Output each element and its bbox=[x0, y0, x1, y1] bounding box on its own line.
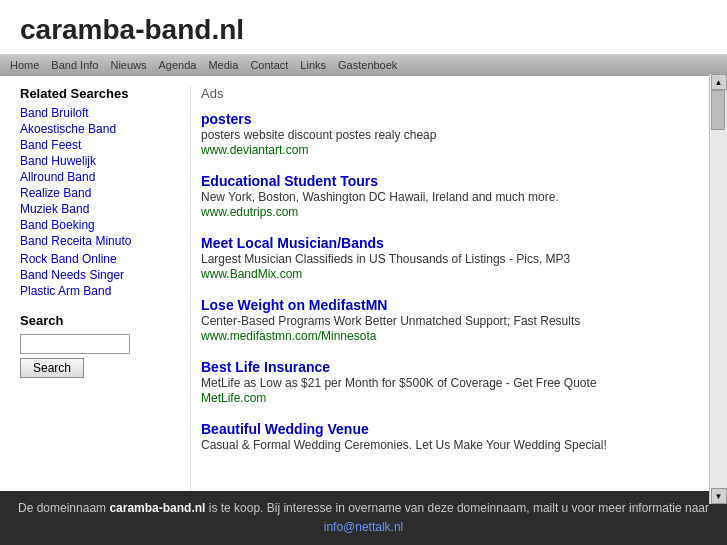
search-input[interactable] bbox=[20, 334, 130, 354]
sidebar-link-band-huwelijk[interactable]: Band Huwelijk bbox=[20, 153, 170, 169]
ad-link-bandmix[interactable]: Meet Local Musician/Bands bbox=[201, 235, 384, 251]
ad-link-posters[interactable]: posters bbox=[201, 111, 252, 127]
nav-item-media[interactable]: Media bbox=[208, 59, 238, 71]
ad-item: Best Life Insurance MetLife as Low as $2… bbox=[201, 359, 707, 405]
nav-item-info[interactable]: Band Info bbox=[51, 59, 98, 71]
nav-item-agenda[interactable]: Agenda bbox=[159, 59, 197, 71]
footer-domain: caramba-band.nl bbox=[109, 501, 205, 515]
ad-desc: Largest Musician Classifieds in US Thous… bbox=[201, 252, 707, 266]
navbar: Home Band Info Nieuws Agenda Media Conta… bbox=[0, 54, 727, 76]
list-item: Realize Band bbox=[20, 185, 170, 201]
ad-url: www.BandMix.com bbox=[201, 267, 707, 281]
list-item: Band Boeking bbox=[20, 217, 170, 233]
footer-text2: is te koop. Bij interesse in overname va… bbox=[205, 501, 709, 515]
nav-item-contact[interactable]: Contact bbox=[250, 59, 288, 71]
nav-item-nieuws[interactable]: Nieuws bbox=[110, 59, 146, 71]
ad-title: Lose Weight on MedifastMN bbox=[201, 297, 707, 313]
ad-url: MetLife.com bbox=[201, 391, 707, 405]
ad-item: Educational Student Tours New York, Bost… bbox=[201, 173, 707, 219]
nav-item-links[interactable]: Links bbox=[300, 59, 326, 71]
list-item: Plastic Arm Band bbox=[20, 283, 170, 299]
list-item: Allround Band bbox=[20, 169, 170, 185]
list-item: Band Feest bbox=[20, 137, 170, 153]
sidebar-link-receita[interactable]: Band Receita Minuto bbox=[20, 233, 170, 251]
ad-title: Best Life Insurance bbox=[201, 359, 707, 375]
sidebar: Related Searches Band Bruiloft Akoestisc… bbox=[20, 86, 170, 496]
nav-item-gastenboek[interactable]: Gastenboek bbox=[338, 59, 397, 71]
scroll-thumb[interactable] bbox=[711, 90, 725, 130]
search-button[interactable]: Search bbox=[20, 358, 84, 378]
header: caramba-band.nl bbox=[0, 0, 727, 54]
scroll-track bbox=[711, 90, 727, 488]
ad-link-medifast[interactable]: Lose Weight on MedifastMN bbox=[201, 297, 387, 313]
ad-title: Educational Student Tours bbox=[201, 173, 707, 189]
ad-url: www.medifastmn.com/Minnesota bbox=[201, 329, 707, 343]
footer-text: De domeinnaam caramba-band.nl is te koop… bbox=[16, 499, 711, 518]
ad-desc: Center-Based Programs Work Better Unmatc… bbox=[201, 314, 707, 328]
scroll-down-button[interactable]: ▼ bbox=[711, 488, 727, 504]
list-item: Band Huwelijk bbox=[20, 153, 170, 169]
list-item: Akoestische Band bbox=[20, 121, 170, 137]
list-item: Band Receita Minuto bbox=[20, 233, 170, 251]
footer-email-line: info@nettalk.nl bbox=[16, 518, 711, 537]
ad-item: Lose Weight on MedifastMN Center-Based P… bbox=[201, 297, 707, 343]
related-searches-list: Band Bruiloft Akoestische Band Band Fees… bbox=[20, 105, 170, 299]
sidebar-link-plastic-arm[interactable]: Plastic Arm Band bbox=[20, 283, 170, 299]
sidebar-link-band-feest[interactable]: Band Feest bbox=[20, 137, 170, 153]
sidebar-link-rock[interactable]: Rock Band Online bbox=[20, 251, 170, 267]
ad-link-student-tours[interactable]: Educational Student Tours bbox=[201, 173, 378, 189]
footer-email-link[interactable]: info@nettalk.nl bbox=[324, 520, 404, 534]
site-title: caramba-band.nl bbox=[20, 14, 707, 46]
nav-item-home[interactable]: Home bbox=[10, 59, 39, 71]
ad-url: www.deviantart.com bbox=[201, 143, 707, 157]
ad-desc: MetLife as Low as $21 per Month for $500… bbox=[201, 376, 707, 390]
sidebar-link-boeking[interactable]: Band Boeking bbox=[20, 217, 170, 233]
ad-item: posters posters website discount postes … bbox=[201, 111, 707, 157]
list-item: Band Bruiloft bbox=[20, 105, 170, 121]
ad-title: posters bbox=[201, 111, 707, 127]
ad-item: Beautiful Wedding Venue Casual & Formal … bbox=[201, 421, 707, 452]
ad-item: Meet Local Musician/Bands Largest Musici… bbox=[201, 235, 707, 281]
sidebar-link-realize[interactable]: Realize Band bbox=[20, 185, 170, 201]
scroll-up-button[interactable]: ▲ bbox=[711, 74, 727, 90]
sidebar-link-band-bruiloft[interactable]: Band Bruiloft bbox=[20, 105, 170, 121]
ads-label: Ads bbox=[201, 86, 707, 101]
sidebar-link-muziek[interactable]: Muziek Band bbox=[20, 201, 170, 217]
ad-desc: Casual & Formal Wedding Ceremonies. Let … bbox=[201, 438, 707, 452]
ad-desc: New York, Boston, Washington DC Hawaii, … bbox=[201, 190, 707, 204]
list-item: Band Needs Singer bbox=[20, 267, 170, 283]
related-searches-title: Related Searches bbox=[20, 86, 170, 101]
main-container: Related Searches Band Bruiloft Akoestisc… bbox=[0, 76, 727, 506]
page-wrapper: caramba-band.nl Home Band Info Nieuws Ag… bbox=[0, 0, 727, 545]
search-section-title: Search bbox=[20, 313, 170, 328]
content-area: Ads posters posters website discount pos… bbox=[190, 86, 707, 496]
list-item: Muziek Band bbox=[20, 201, 170, 217]
ad-title: Beautiful Wedding Venue bbox=[201, 421, 707, 437]
list-item: Rock Band Online bbox=[20, 251, 170, 267]
vertical-scrollbar[interactable]: ▲ ▼ bbox=[709, 74, 727, 504]
sidebar-link-akoestische[interactable]: Akoestische Band bbox=[20, 121, 170, 137]
sidebar-link-allround[interactable]: Allround Band bbox=[20, 169, 170, 185]
ad-title: Meet Local Musician/Bands bbox=[201, 235, 707, 251]
ad-desc: posters website discount postes realy ch… bbox=[201, 128, 707, 142]
footer: De domeinnaam caramba-band.nl is te koop… bbox=[0, 491, 727, 545]
ad-url: www.edutrips.com bbox=[201, 205, 707, 219]
sidebar-link-needs-singer[interactable]: Band Needs Singer bbox=[20, 267, 170, 283]
footer-text1: De domeinnaam bbox=[18, 501, 109, 515]
ad-link-insurance[interactable]: Best Life Insurance bbox=[201, 359, 330, 375]
ad-link-wedding[interactable]: Beautiful Wedding Venue bbox=[201, 421, 369, 437]
